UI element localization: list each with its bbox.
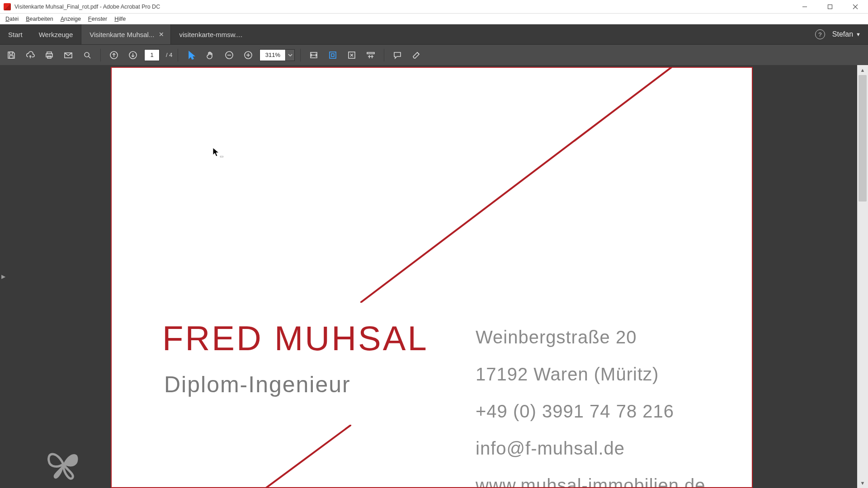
svg-rect-4 (9, 52, 13, 54)
document-tab-label: Visitenkarte Muhsal... (90, 31, 154, 38)
svg-rect-21 (331, 54, 334, 56)
user-name: Stefan (832, 30, 853, 38)
menu-anzeige[interactable]: Anzeige (57, 15, 85, 23)
comment-button[interactable] (390, 47, 405, 63)
card-person-name: FRED MUHSAL (162, 319, 429, 358)
page-number-input[interactable] (144, 49, 160, 61)
highlight-button[interactable] (409, 47, 424, 63)
card-contact-block: Weinbergstraße 20 17192 Waren (Müritz) +… (476, 319, 706, 488)
save-button[interactable] (4, 47, 19, 63)
menu-bar: Datei Bearbeiten Anzeige Fenster Hilfe (0, 14, 868, 24)
actual-size-button[interactable] (344, 47, 359, 63)
separator (384, 49, 384, 61)
close-tab-icon[interactable]: ✕ (159, 31, 164, 38)
scroll-down-button[interactable]: ▼ (857, 478, 868, 488)
chevron-down-icon: ▼ (856, 32, 861, 37)
svg-line-11 (89, 56, 90, 58)
separator (100, 49, 101, 61)
page-total-label: / 4 (166, 52, 172, 58)
menu-bearbeiten[interactable]: Bearbeiten (22, 15, 57, 23)
next-page-button[interactable] (125, 47, 141, 63)
selection-tool-button[interactable] (184, 47, 199, 63)
card-person-title: Diplom-Ingenieur (164, 371, 351, 398)
svg-rect-1 (828, 5, 832, 9)
separator (300, 49, 301, 61)
cloud-upload-button[interactable] (23, 47, 38, 63)
scrollbar-thumb[interactable] (859, 75, 867, 202)
account-menu[interactable]: Stefan ▼ (832, 30, 861, 38)
document-tab-label: visitenkarte-mmsw.... (179, 31, 242, 38)
maximize-button[interactable] (817, 0, 843, 14)
scrollbar-track[interactable] (857, 75, 868, 478)
window-controls (792, 0, 868, 14)
svg-point-10 (85, 52, 89, 57)
fit-page-button[interactable] (325, 47, 340, 63)
card-phone: +49 (0) 3991 74 78 216 (476, 393, 706, 430)
card-email: info@f-muhsal.de (476, 430, 706, 467)
prev-page-button[interactable] (106, 47, 122, 63)
pdf-page[interactable]: FRED MUHSAL Diplom-Ingenieur Weinbergstr… (111, 67, 753, 488)
left-panel-toggle[interactable]: ▶ (0, 65, 6, 488)
title-bar: Visitenkarte Muhsal_Final_rot.pdf - Adob… (0, 0, 868, 14)
menu-datei[interactable]: Datei (2, 15, 22, 23)
hand-tool-button[interactable] (203, 47, 218, 63)
tab-tools[interactable]: Werkzeuge (31, 24, 81, 44)
help-icon[interactable]: ? (815, 29, 825, 39)
card-city: 17192 Waren (Müritz) (476, 356, 706, 393)
svg-rect-20 (330, 52, 336, 58)
svg-line-25 (111, 425, 351, 488)
close-button[interactable] (843, 0, 868, 14)
toolbar: / 4 (0, 44, 868, 65)
svg-line-24 (360, 67, 677, 303)
svg-rect-5 (9, 56, 13, 58)
card-web: www.muhsal-immobilien.de (476, 467, 706, 488)
diagonal-line-upper (360, 67, 677, 303)
minimize-button[interactable] (792, 0, 817, 14)
vertical-scrollbar[interactable]: ▲ ▼ (857, 65, 868, 488)
document-tab-2[interactable]: visitenkarte-mmsw.... (170, 24, 256, 44)
card-street: Weinbergstraße 20 (476, 319, 706, 356)
zoom-in-button[interactable] (241, 47, 256, 63)
scroll-up-button[interactable]: ▲ (857, 65, 868, 75)
window-title: Visitenkarte Muhsal_Final_rot.pdf - Adob… (14, 4, 160, 10)
zoom-out-button[interactable] (222, 47, 237, 63)
separator (178, 49, 178, 61)
svg-rect-7 (46, 54, 52, 57)
print-button[interactable] (42, 47, 57, 63)
diagonal-line-lower (111, 425, 351, 488)
search-button[interactable] (80, 47, 95, 63)
tab-strip: Start Werkzeuge Visitenkarte Muhsal... ✕… (0, 24, 868, 44)
menu-fenster[interactable]: Fenster (85, 15, 111, 23)
butterfly-icon (45, 448, 81, 480)
menu-hilfe[interactable]: Hilfe (111, 15, 129, 23)
zoom-input[interactable] (259, 49, 286, 61)
document-tab-1[interactable]: Visitenkarte Muhsal... ✕ (81, 24, 170, 44)
svg-rect-23 (367, 52, 374, 54)
zoom-dropdown[interactable] (286, 49, 295, 61)
app-icon (4, 3, 11, 10)
document-area: ▶ ◀ ▲ ▼ FRED MUHSAL Diplom-Ingenieur Wei… (0, 65, 868, 488)
fit-width-button[interactable] (306, 47, 321, 63)
email-button[interactable] (61, 47, 76, 63)
read-mode-button[interactable] (363, 47, 378, 63)
tab-start[interactable]: Start (0, 24, 31, 44)
